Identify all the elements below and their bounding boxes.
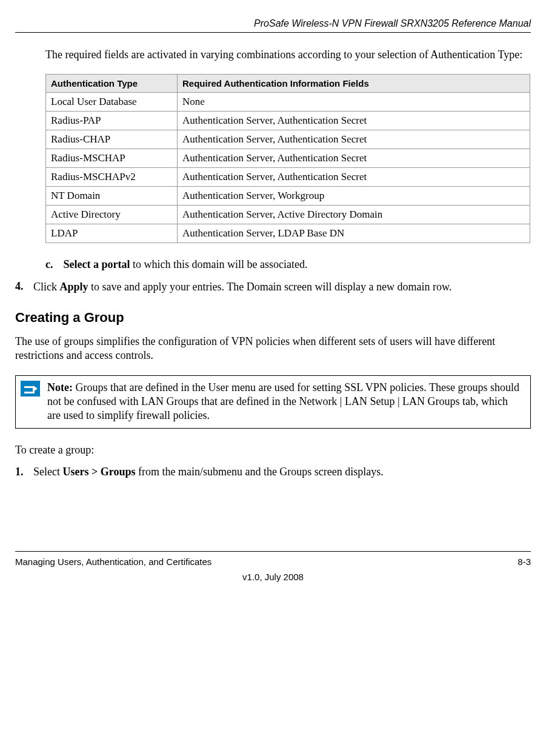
group-intro-paragraph: The use of groups simplifies the configu… <box>15 335 531 363</box>
auth-table: Authentication Type Required Authenticat… <box>45 74 530 243</box>
table-row: NT DomainAuthentication Server, Workgrou… <box>46 187 530 206</box>
footer-version: v1.0, July 2008 <box>15 572 531 582</box>
section-heading: Creating a Group <box>15 310 531 326</box>
note-box: Note: Groups that are defined in the Use… <box>15 375 531 429</box>
footer-divider <box>15 551 531 552</box>
step-c: c. Select a portal to which this domain … <box>45 258 531 271</box>
table-cell: Radius-CHAP <box>46 130 178 149</box>
table-cell: Local User Database <box>46 93 178 112</box>
footer-page-number: 8-3 <box>518 557 531 567</box>
table-cell: Authentication Server, Authentication Se… <box>178 112 530 130</box>
header-divider <box>15 32 531 33</box>
table-row: Radius-MSCHAPAuthentication Server, Auth… <box>46 149 530 168</box>
table-row: Radius-PAPAuthentication Server, Authent… <box>46 112 530 130</box>
page-footer: Managing Users, Authentication, and Cert… <box>15 551 531 582</box>
step-c-bold: Select a portal <box>64 258 130 270</box>
table-cell: NT Domain <box>46 187 178 206</box>
table-header-fields: Required Authentication Information Fiel… <box>178 75 530 93</box>
intro-paragraph: The required fields are activated in var… <box>45 48 531 62</box>
step-1-post: from the main/submenu and the Groups scr… <box>135 466 383 478</box>
footer-left: Managing Users, Authentication, and Cert… <box>15 557 211 567</box>
step-1-content: Select Users > Groups from the main/subm… <box>33 466 384 478</box>
table-row: Active DirectoryAuthentication Server, A… <box>46 206 530 224</box>
step-1-number: 1. <box>15 466 33 478</box>
table-cell: None <box>178 93 530 112</box>
note-text: Groups that are defined in the User menu… <box>47 381 519 422</box>
note-label: Note: <box>47 381 73 393</box>
to-create-text: To create a group: <box>15 444 531 457</box>
page-header-title: ProSafe Wireless-N VPN Firewall SRXN3205… <box>15 18 531 29</box>
note-content: Note: Groups that are defined in the Use… <box>45 376 530 428</box>
step-1-bold: Users > Groups <box>62 466 135 478</box>
table-cell: Authentication Server, Authentication Se… <box>178 168 530 187</box>
table-cell: Authentication Server, LDAP Base DN <box>178 224 530 243</box>
table-cell: LDAP <box>46 224 178 243</box>
table-row: LDAPAuthentication Server, LDAP Base DN <box>46 224 530 243</box>
table-cell: Radius-MSCHAP <box>46 149 178 168</box>
table-cell: Authentication Server, Workgroup <box>178 187 530 206</box>
step-4-bold: Apply <box>60 281 88 293</box>
step-1: 1. Select Users > Groups from the main/s… <box>15 466 531 478</box>
table-cell: Authentication Server, Authentication Se… <box>178 130 530 149</box>
arrow-icon <box>21 381 40 396</box>
step-4-post: to save and apply your entries. The Doma… <box>88 281 452 293</box>
table-header-type: Authentication Type <box>46 75 178 93</box>
table-cell: Active Directory <box>46 206 178 224</box>
table-row: Radius-MSCHAPv2Authentication Server, Au… <box>46 168 530 187</box>
table-cell: Authentication Server, Authentication Se… <box>178 149 530 168</box>
step-4-pre: Click <box>33 281 60 293</box>
table-cell: Radius-PAP <box>46 112 178 130</box>
table-cell: Radius-MSCHAPv2 <box>46 168 178 187</box>
step-c-rest: to which this domain will be associated. <box>130 258 307 270</box>
table-cell: Authentication Server, Active Directory … <box>178 206 530 224</box>
step-1-pre: Select <box>33 466 62 478</box>
table-row: Radius-CHAPAuthentication Server, Authen… <box>46 130 530 149</box>
footer-line: Managing Users, Authentication, and Cert… <box>15 557 531 567</box>
step-4-number: 4. <box>15 280 33 294</box>
step-4: 4. Click Apply to save and apply your en… <box>15 280 531 294</box>
table-row: Local User DatabaseNone <box>46 93 530 112</box>
step-c-letter: c. <box>45 258 61 271</box>
step-4-content: Click Apply to save and apply your entri… <box>33 280 531 294</box>
